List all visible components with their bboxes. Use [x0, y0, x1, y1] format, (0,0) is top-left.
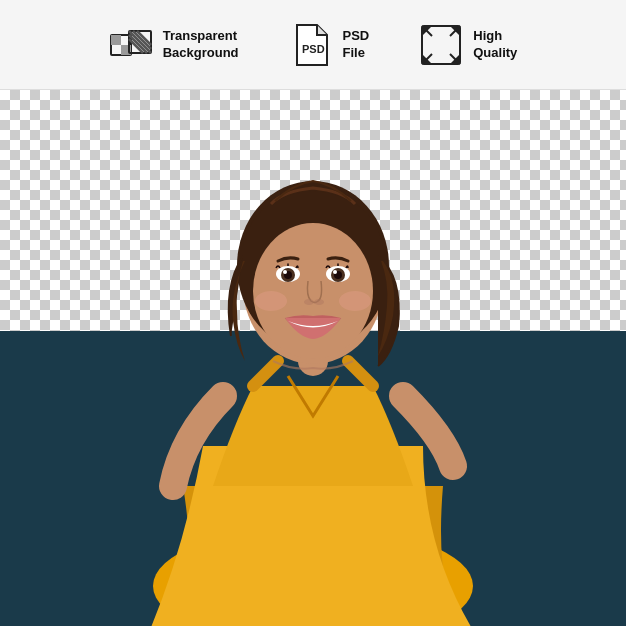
high-quality-icon [419, 23, 463, 67]
high-quality-label: High Quality [473, 28, 517, 62]
psd-file-label: PSD File [343, 28, 370, 62]
page-container: Transparent Background PSD PSD File [0, 0, 626, 626]
main-image-area [0, 90, 626, 626]
svg-text:PSD: PSD [302, 43, 325, 55]
svg-point-30 [255, 291, 287, 311]
svg-rect-1 [111, 35, 121, 45]
psd-file-feature: PSD PSD File [289, 23, 370, 67]
high-quality-feature: High Quality [419, 23, 517, 67]
woman-figure [123, 106, 503, 626]
transparent-bg-icon [109, 23, 153, 67]
svg-point-27 [333, 270, 337, 274]
header-bar: Transparent Background PSD PSD File [0, 0, 626, 90]
svg-point-31 [339, 291, 371, 311]
psd-file-icon: PSD [289, 23, 333, 67]
transparent-bg-label: Transparent Background [163, 28, 239, 62]
transparent-bg-feature: Transparent Background [109, 23, 239, 67]
svg-point-29 [314, 299, 324, 305]
svg-point-23 [283, 270, 287, 274]
svg-point-28 [304, 299, 314, 305]
